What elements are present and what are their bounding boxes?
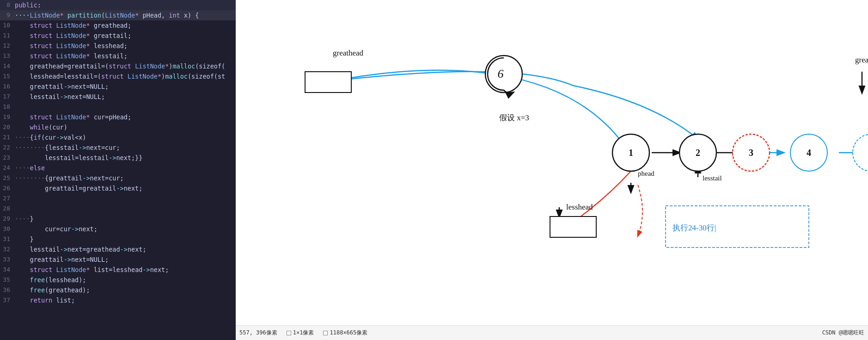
drawing-canvas: 1 2 3 4 5 greathead greattail cur phead …: [236, 0, 868, 296]
label-assume: 假设 x=3: [499, 113, 529, 122]
draw-panel: 1 2 3 4 5 greathead greattail cur phead …: [236, 0, 868, 340]
label-phead: phead: [638, 170, 654, 177]
brand-label: CSDN @嗯嗯旺旺: [822, 329, 864, 337]
label-lesshead: lesshead: [566, 203, 593, 211]
svg-rect-15: [305, 72, 351, 93]
label-greathead: greathead: [333, 49, 364, 57]
svg-text:1: 1: [629, 148, 633, 158]
position-indicator: 557, 396像素: [239, 329, 277, 337]
svg-rect-16: [550, 216, 596, 237]
svg-text:6: 6: [498, 67, 504, 80]
label-greattail: greattail: [855, 56, 868, 64]
svg-text:2: 2: [696, 148, 700, 158]
label-lesstail: lesstail: [703, 174, 722, 182]
svg-text:4: 4: [807, 148, 811, 158]
svg-point-17: [485, 56, 522, 93]
svg-point-14: [853, 134, 868, 171]
size-indicator-1: 1×1像素: [293, 329, 314, 337]
size-indicator-2: 1188×665像素: [330, 329, 367, 337]
code-panel: 8public: 9····ListNode* partition(ListNo…: [0, 0, 236, 340]
svg-text:3: 3: [749, 148, 753, 158]
label-exec: 执行24-30行|: [672, 223, 716, 232]
status-bar: 557, 396像素 1×1像素 1188×665像素 CSDN @嗯嗯旺旺: [236, 325, 868, 340]
